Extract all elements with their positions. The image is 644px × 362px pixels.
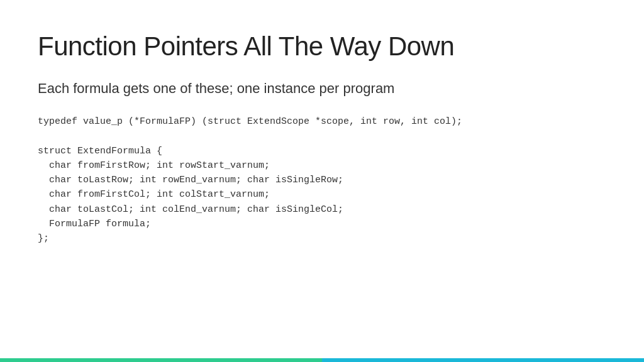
slide-title: Function Pointers All The Way Down (38, 31, 606, 62)
slide: Function Pointers All The Way Down Each … (0, 0, 644, 362)
slide-subtitle: Each formula gets one of these; one inst… (38, 80, 606, 97)
code-block: typedef value_p (*FormulaFP) (struct Ext… (38, 114, 606, 246)
bottom-bar (0, 358, 644, 362)
